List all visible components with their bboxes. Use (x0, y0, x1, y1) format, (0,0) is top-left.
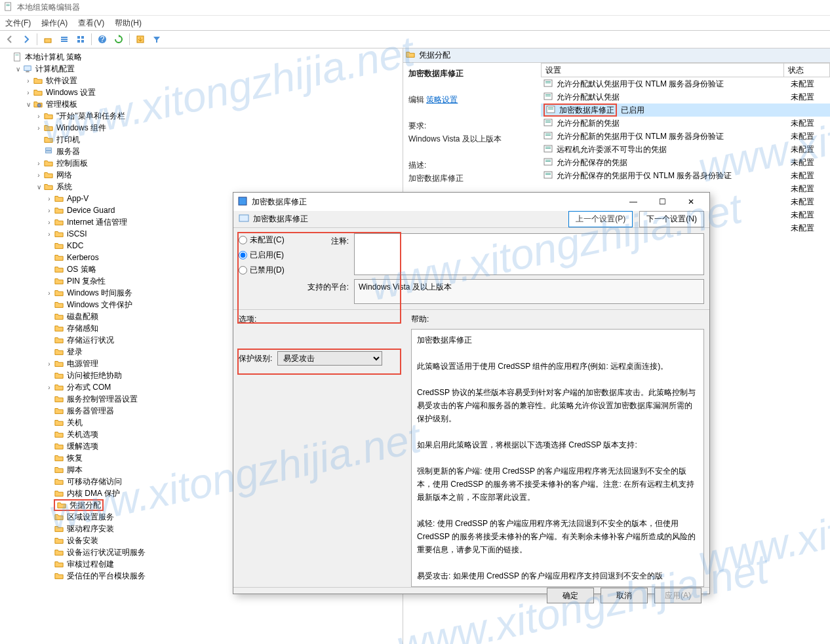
tree-printers[interactable]: 打印机 (0, 134, 403, 145)
setting-state: 未配置 (791, 223, 830, 234)
folder-icon (54, 193, 64, 204)
svg-point-18 (37, 104, 41, 107)
radio-disabled[interactable]: 已禁用(D) (239, 265, 298, 276)
col-state[interactable]: 状态 (784, 63, 830, 77)
minimize-button[interactable]: — (619, 193, 648, 211)
apply-button[interactable]: 应用(A) (654, 588, 702, 603)
setting-name: 允许分配保存的凭据 (557, 157, 787, 168)
setting-row[interactable]: 允许分配默认凭据用于仅 NTLM 服务器身份验证未配置 (541, 77, 830, 90)
svg-rect-31 (545, 121, 551, 121)
setting-name: 允许分配保存的凭据用于仅 NTLM 服务器身份验证 (557, 170, 787, 181)
forward-button[interactable] (19, 32, 33, 47)
folder-icon (54, 347, 64, 357)
svg-rect-2 (7, 5, 10, 6)
folder-icon (54, 370, 64, 381)
svg-rect-43 (545, 173, 551, 174)
tree-label: App-V (67, 194, 89, 203)
folder-icon (54, 299, 64, 310)
tree-control-panel[interactable]: ›控制面板 (0, 157, 403, 169)
help-textbox[interactable]: 加密数据库修正 此策略设置适用于使用 CredSSP 组件的应用程序(例如: 远… (411, 329, 704, 587)
ok-button[interactable]: 确定 (547, 588, 594, 603)
help-button[interactable]: ? (95, 32, 109, 47)
filter-button[interactable] (149, 32, 164, 47)
setting-icon (543, 157, 553, 168)
export-button[interactable] (133, 32, 148, 47)
menu-help[interactable]: 帮助(H) (115, 18, 142, 29)
setting-row[interactable]: 允许分配新的凭据用于仅 NTLM 服务器身份验证未配置 (541, 130, 830, 143)
tree-start-taskbar[interactable]: ›"开始"菜单和任务栏 (0, 110, 403, 122)
edit-label: 编辑 (408, 95, 424, 104)
tree-label: 分布式 COM (67, 382, 111, 393)
setting-state: 未配置 (791, 118, 830, 129)
next-setting-button[interactable]: 下一个设置(N) (639, 211, 704, 227)
folder-icon (54, 394, 64, 404)
folder-icon (54, 229, 64, 239)
tree-label: "开始"菜单和任务栏 (56, 111, 125, 122)
window-title: 本地组策略编辑器 (17, 2, 80, 13)
svg-text:?: ? (100, 35, 105, 44)
svg-rect-5 (61, 39, 68, 40)
cancel-button[interactable]: 取消 (601, 588, 648, 603)
tree-label: Kerberos (67, 253, 99, 262)
folder-icon (54, 571, 64, 581)
tree-label: 缓解选项 (67, 441, 98, 452)
tree-label: 计算机配置 (35, 64, 75, 75)
setting-row[interactable]: 远程机允许委派不可导出的凭据未配置 (541, 143, 830, 156)
tree-label: Internet 通信管理 (67, 217, 127, 228)
tree-system[interactable]: ∨系统 (0, 181, 403, 193)
setting-row[interactable]: 加密数据库修正已启用 (541, 104, 830, 117)
tree-label: Windows 设置 (46, 87, 96, 98)
tree-software[interactable]: ›软件设置 (0, 75, 403, 86)
setting-name: 加密数据库修正 (559, 105, 614, 116)
maximize-button[interactable]: ☐ (648, 193, 677, 211)
svg-rect-26 (545, 96, 551, 96)
app-icon (4, 2, 13, 13)
tree-label: Windows 时间服务 (67, 288, 132, 299)
comment-input[interactable] (354, 233, 704, 275)
folder-icon (33, 75, 43, 86)
menu-view[interactable]: 查看(V) (78, 18, 104, 29)
radio-not-configured[interactable]: 未配置(C) (239, 235, 298, 246)
folder-icon (54, 311, 64, 322)
setting-row[interactable]: 允许分配保存的凭据未配置 (541, 156, 830, 169)
up-button[interactable] (41, 32, 55, 47)
tree-admin-templates[interactable]: ∨管理模板 (0, 98, 403, 110)
tree-label: Windows 文件保护 (67, 299, 132, 311)
list-view-button[interactable] (57, 32, 71, 47)
folder-icon (54, 205, 64, 216)
tree-label: OS 策略 (67, 264, 96, 275)
tree-label: iSCSI (67, 229, 87, 238)
tree-computer-config[interactable]: ∨计算机配置 (0, 63, 403, 75)
tree-servers[interactable]: 服务器 (0, 145, 403, 157)
prev-setting-button[interactable]: 上一个设置(P) (568, 211, 633, 227)
folder-icon (56, 500, 67, 510)
tree-label: Device Guard (67, 206, 115, 215)
menu-action[interactable]: 操作(A) (41, 18, 68, 29)
radio-enabled[interactable]: 已启用(E) (239, 250, 298, 261)
back-button[interactable] (3, 32, 17, 47)
svg-rect-46 (239, 215, 248, 221)
setting-row[interactable]: 允许分配新的凭据未配置 (541, 117, 830, 130)
edit-policy-link[interactable]: 策略设置 (426, 95, 458, 104)
folder-icon (43, 158, 54, 168)
setting-state: 未配置 (791, 183, 830, 195)
tree-label: 服务控制管理器设置 (67, 394, 138, 405)
setting-row[interactable]: 允许分配保存的凭据用于仅 NTLM 服务器身份验证未配置 (541, 169, 830, 182)
folder-icon (54, 323, 64, 333)
tree-network[interactable]: ›网络 (0, 169, 403, 181)
protect-level-select[interactable]: 易受攻击 (277, 351, 382, 366)
setting-row[interactable]: 允许分配默认凭据未配置 (541, 90, 830, 104)
dialog-titlebar[interactable]: 加密数据库修正 — ☐ ✕ (233, 193, 709, 211)
detail-view-button[interactable] (73, 32, 88, 47)
svg-rect-40 (545, 160, 551, 161)
menu-file[interactable]: 文件(F) (5, 18, 31, 29)
close-button[interactable]: ✕ (677, 193, 705, 211)
tree-windows-settings[interactable]: ›Windows 设置 (0, 86, 403, 98)
col-setting[interactable]: 设置 (541, 63, 784, 77)
tree-root[interactable]: 本地计算机 策略 (0, 51, 403, 63)
comment-label: 注释: (304, 233, 349, 247)
refresh-button[interactable] (111, 32, 126, 47)
tree-windows-components[interactable]: ›Windows 组件 (0, 122, 403, 134)
tree-label: 本地计算机 策略 (25, 52, 82, 63)
requirement-label: 要求: (408, 121, 426, 130)
